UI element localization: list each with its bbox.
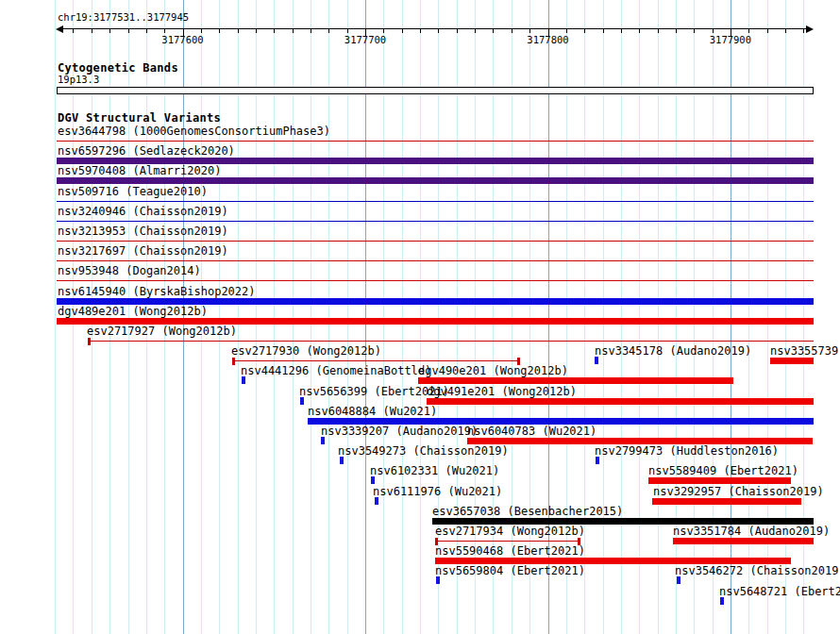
feature-dgv490e201-label[interactable]: dgv490e201 (Wong2012b) <box>418 366 568 376</box>
feature-nsv5590468-glyph[interactable] <box>435 558 791 564</box>
feature-nsv3240946-glyph[interactable] <box>57 221 814 222</box>
cytoband-box[interactable] <box>57 87 814 94</box>
feature-nsv3355739-label[interactable]: nsv3355739 (E <box>770 346 840 357</box>
feature-nsv3292957-glyph[interactable] <box>652 498 801 505</box>
feature-nsv6040783-glyph[interactable] <box>467 438 813 444</box>
feature-nsv6102331-label[interactable]: nsv6102331 (Wu2021) <box>370 466 499 476</box>
ruler-tick <box>658 29 659 33</box>
feature-nsv4441296-label[interactable]: nsv4441296 (GenomeinaBottle) <box>241 366 431 376</box>
feature-nsv5659804-label[interactable]: nsv5659804 (Ebert2021) <box>435 566 585 576</box>
feature-nsv4441296-glyph[interactable] <box>242 376 245 384</box>
ruler-axis <box>62 28 807 29</box>
ruler-tick <box>311 29 311 33</box>
feature-nsv5589409-glyph[interactable] <box>648 477 791 484</box>
ruler-tick <box>621 29 622 33</box>
ruler-tick <box>748 29 749 33</box>
ruler-tick <box>238 29 239 33</box>
genome-position-title: chr19:3177531..3177945 <box>58 12 189 23</box>
feature-nsv6145940-glyph[interactable] <box>57 298 814 305</box>
ruler-tick <box>293 29 294 33</box>
feature-esv2717927-start-marker[interactable] <box>88 338 91 345</box>
feature-nsv6111976-label[interactable]: nsv6111976 (Wu2021) <box>373 487 502 497</box>
feature-dgv489e201-label[interactable]: dgv489e201 (Wong2012b) <box>58 307 208 317</box>
feature-nsv3351784-glyph[interactable] <box>673 538 814 544</box>
ruler-tick <box>676 29 677 33</box>
ruler-tick <box>164 29 165 33</box>
section-title-cytogenetic-bands: Cytogenetic Bands <box>58 63 178 74</box>
feature-nsv5648721-glyph[interactable] <box>720 597 724 605</box>
feature-nsv3339207-glyph[interactable] <box>321 437 325 444</box>
ruler-tick <box>566 29 567 33</box>
feature-esv2717930-start-marker[interactable] <box>232 358 235 365</box>
ruler-tick <box>512 29 512 33</box>
feature-nsv5590468-label[interactable]: nsv5590468 (Ebert2021) <box>435 546 585 557</box>
feature-nsv5970408-label[interactable]: nsv5970408 (Almarri2020) <box>58 166 221 176</box>
ruler-tick <box>256 29 257 33</box>
feature-esv3644798-glyph[interactable] <box>57 141 814 142</box>
feature-nsv3546272-label[interactable]: nsv3546272 (Chaisson2019) <box>675 566 840 576</box>
feature-esv2717927-label[interactable]: esv2717927 (Wong2012b) <box>87 326 237 337</box>
feature-nsv2799473-glyph[interactable] <box>596 457 599 464</box>
feature-dgv489e201-glyph[interactable] <box>57 318 814 325</box>
feature-nsv5659804-glyph[interactable] <box>436 576 440 584</box>
ruler-tick <box>603 29 604 33</box>
feature-nsv3213953-label[interactable]: nsv3213953 (Chaisson2019) <box>58 226 228 237</box>
feature-dgv491e201-label[interactable]: dgv491e201 (Wong2012b) <box>427 387 577 397</box>
feature-nsv509716-glyph[interactable] <box>57 201 814 202</box>
ruler-tick <box>694 29 695 33</box>
feature-esv3657038-label[interactable]: esv3657038 (Besenbacher2015) <box>432 507 623 517</box>
feature-esv3657038-glyph[interactable] <box>432 518 814 525</box>
feature-nsv6597296-glyph[interactable] <box>57 158 814 164</box>
feature-dgv490e201-glyph[interactable] <box>418 377 733 384</box>
ruler-tick <box>457 29 458 33</box>
ruler-tick <box>402 29 403 33</box>
feature-nsv6048884-glyph[interactable] <box>308 418 814 425</box>
feature-nsv953948-glyph[interactable] <box>57 280 814 281</box>
feature-nsv509716-label[interactable]: nsv509716 (Teague2010) <box>58 187 208 197</box>
ruler-tick <box>713 29 714 33</box>
feature-nsv3217697-glyph[interactable] <box>57 260 814 261</box>
feature-nsv3339207-label[interactable]: nsv3339207 (Audano2019) <box>321 426 478 437</box>
feature-esv2717934-label[interactable]: esv2717934 (Wong2012b) <box>435 526 585 537</box>
feature-esv2717930-label[interactable]: esv2717930 (Wong2012b) <box>231 346 381 357</box>
left-arrow-icon <box>56 25 63 33</box>
feature-nsv3355739-glyph[interactable] <box>770 358 814 364</box>
feature-nsv3240946-label[interactable]: nsv3240946 (Chaisson2019) <box>58 207 228 217</box>
feature-nsv3345178-glyph[interactable] <box>595 357 598 364</box>
feature-nsv5970408-glyph[interactable] <box>57 177 814 184</box>
ruler-tick <box>347 29 348 33</box>
ruler-tick-label: 3177800 <box>527 35 568 45</box>
feature-nsv3351784-label[interactable]: nsv3351784 (Audano2019) <box>673 526 830 537</box>
feature-dgv491e201-glyph[interactable] <box>427 398 814 405</box>
feature-nsv6111976-glyph[interactable] <box>375 497 378 505</box>
feature-nsv2799473-label[interactable]: nsv2799473 (Huddleston2016) <box>595 446 779 457</box>
feature-nsv3546272-glyph[interactable] <box>677 576 680 584</box>
ruler-tick <box>92 29 92 33</box>
feature-nsv3345178-label[interactable]: nsv3345178 (Audano2019) <box>595 346 751 357</box>
ruler-tick <box>475 29 476 33</box>
feature-esv2717934-glyph[interactable] <box>435 541 580 542</box>
feature-esv2717930-glyph[interactable] <box>232 360 520 361</box>
feature-nsv5656399-glyph[interactable] <box>300 397 304 405</box>
feature-nsv3549273-label[interactable]: nsv3549273 (Chaisson2019) <box>338 446 509 457</box>
feature-esv3644798-label[interactable]: esv3644798 (1000GenomesConsortiumPhase3) <box>58 126 330 137</box>
feature-nsv3217697-label[interactable]: nsv3217697 (Chaisson2019) <box>58 246 228 257</box>
feature-nsv6048884-label[interactable]: nsv6048884 (Wu2021) <box>308 407 437 417</box>
feature-nsv6040783-label[interactable]: nsv6040783 (Wu2021) <box>467 426 596 437</box>
feature-nsv3292957-label[interactable]: nsv3292957 (Chaisson2019) <box>653 487 824 497</box>
feature-nsv6597296-label[interactable]: nsv6597296 (Sedlazeck2020) <box>58 146 235 157</box>
ruler-tick <box>146 29 147 33</box>
feature-nsv6145940-label[interactable]: nsv6145940 (ByrskaBishop2022) <box>58 287 256 297</box>
feature-nsv953948-label[interactable]: nsv953948 (Dogan2014) <box>58 266 201 276</box>
ruler-tick <box>201 29 202 33</box>
feature-nsv3213953-glyph[interactable] <box>57 241 814 242</box>
feature-nsv6102331-glyph[interactable] <box>371 476 375 484</box>
right-arrow-icon <box>806 25 814 33</box>
genome-browser-view: chr19:3177531..3177945 31776003177700317… <box>0 0 840 634</box>
feature-nsv3549273-glyph[interactable] <box>340 457 344 464</box>
feature-esv2717927-glyph[interactable] <box>88 341 814 342</box>
feature-nsv5648721-label[interactable]: nsv5648721 (Ebert2021) <box>719 587 840 597</box>
gridline-minor <box>55 0 56 634</box>
feature-nsv5589409-label[interactable]: nsv5589409 (Ebert2021) <box>648 466 798 476</box>
ruler-tick <box>803 29 804 33</box>
